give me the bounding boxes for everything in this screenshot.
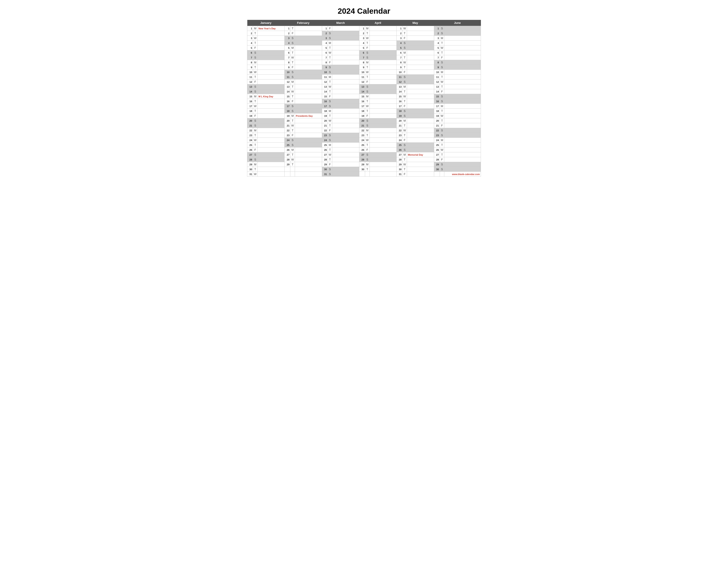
day-event	[332, 157, 359, 162]
day-number: 20	[397, 118, 402, 123]
day-event	[370, 128, 397, 133]
calendar-row: 22M22T22F22M22W22S	[247, 128, 481, 133]
day-letter: S	[402, 113, 407, 118]
day-letter: S	[365, 157, 370, 162]
month-header-apr: April	[359, 20, 396, 26]
day-letter: M	[365, 60, 370, 65]
day-event	[444, 99, 481, 104]
calendar-row: 25T25S25M25T25S25T	[247, 143, 481, 147]
day-letter: F	[402, 104, 407, 109]
day-letter: F	[402, 36, 407, 41]
day-number: 12	[247, 79, 253, 84]
day-event	[257, 50, 285, 55]
calendar-container: JanuaryFebruaryMarchAprilMayJune1MNew Ye…	[247, 20, 481, 177]
day-event	[257, 84, 285, 89]
day-event	[444, 157, 481, 162]
day-event	[370, 75, 397, 79]
day-event	[257, 138, 285, 143]
day-number: 7	[285, 55, 290, 60]
calendar-row: 28S28W28T28S28T28F	[247, 157, 481, 162]
day-letter: F	[365, 45, 370, 50]
day-event	[407, 36, 434, 41]
day-number: 28	[247, 157, 253, 162]
day-event	[332, 45, 359, 50]
day-event	[444, 26, 481, 31]
day-letter: M	[402, 118, 407, 123]
day-letter: T	[365, 31, 370, 36]
day-letter: F	[402, 138, 407, 143]
day-event	[370, 109, 397, 113]
day-event	[332, 138, 359, 143]
day-number: 22	[322, 128, 328, 133]
day-number: 27	[397, 152, 402, 157]
day-letter: W	[402, 26, 407, 31]
day-number: 5	[247, 45, 253, 50]
day-event	[257, 70, 285, 75]
day-number: 29	[359, 162, 365, 167]
day-event	[295, 109, 322, 113]
day-letter: T	[440, 50, 444, 55]
day-letter: T	[253, 133, 258, 138]
day-letter: S	[402, 41, 407, 45]
day-letter: T	[328, 89, 332, 94]
day-event	[295, 147, 322, 152]
day-number: 16	[359, 99, 365, 104]
day-event	[407, 118, 434, 123]
day-number: 9	[397, 65, 402, 70]
day-event	[444, 50, 481, 55]
day-letter: F	[290, 99, 295, 104]
calendar-row: 16T16F16S16T16T16S	[247, 99, 481, 104]
day-event	[332, 123, 359, 128]
day-event	[332, 104, 359, 109]
day-letter: T	[440, 84, 444, 89]
month-header-jun: June	[434, 20, 481, 26]
day-letter: S	[253, 152, 258, 157]
day-number: 18	[247, 109, 253, 113]
day-number: 1	[359, 26, 365, 31]
day-letter: W	[328, 118, 332, 123]
day-event: M L King Day	[257, 94, 285, 99]
day-letter	[365, 172, 370, 177]
day-letter: W	[365, 138, 370, 143]
day-letter: S	[290, 143, 295, 147]
month-header-mar: March	[322, 20, 359, 26]
calendar-row: 7S7W7T7S7T7F	[247, 55, 481, 60]
calendar-row: 10W10S10S10W10F10M	[247, 70, 481, 75]
day-event	[444, 60, 481, 65]
day-event	[444, 45, 481, 50]
day-letter: T	[253, 41, 258, 45]
day-number: 11	[434, 75, 440, 79]
day-event	[257, 99, 285, 104]
day-number: 24	[397, 138, 402, 143]
day-event	[257, 162, 285, 167]
day-event	[332, 118, 359, 123]
day-event	[332, 167, 359, 172]
day-number: 30	[434, 167, 440, 172]
day-letter: S	[290, 75, 295, 79]
day-number: 27	[247, 152, 253, 157]
day-event	[295, 104, 322, 109]
day-number: 13	[434, 84, 440, 89]
day-letter: F	[440, 89, 444, 94]
day-event	[295, 118, 322, 123]
day-event: Presidents Day	[295, 113, 322, 118]
day-letter: W	[365, 104, 370, 109]
day-number: 20	[434, 118, 440, 123]
day-letter: T	[253, 65, 258, 70]
day-event	[407, 133, 434, 138]
day-event	[295, 36, 322, 41]
calendar-row: 14S14W14T14S14T14F	[247, 89, 481, 94]
day-letter: F	[328, 94, 332, 99]
day-letter: S	[253, 118, 258, 123]
day-number: 18	[397, 109, 402, 113]
day-number: 19	[359, 113, 365, 118]
day-number: 12	[285, 79, 290, 84]
day-event	[332, 36, 359, 41]
day-letter: M	[328, 41, 332, 45]
day-letter: S	[440, 162, 444, 167]
calendar-row: 3W3S3S3W3F3M	[247, 36, 481, 41]
day-letter: S	[402, 109, 407, 113]
day-number: 19	[397, 113, 402, 118]
day-event	[295, 123, 322, 128]
day-letter: T	[290, 152, 295, 157]
